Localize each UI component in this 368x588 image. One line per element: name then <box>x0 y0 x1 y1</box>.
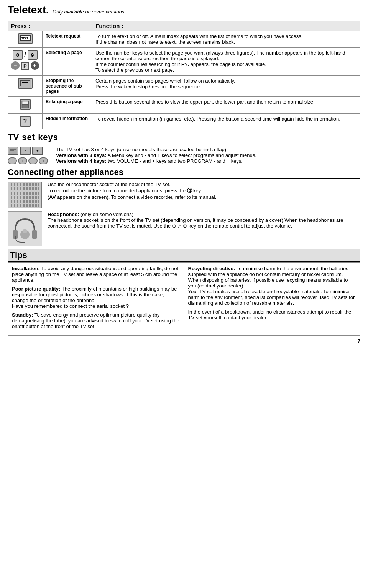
tips-row: Installation: To avoid any dangerous sit… <box>8 263 360 336</box>
p-row: − P + <box>11 61 39 70</box>
tips-header: Tips <box>8 249 360 262</box>
tips-left-col: Installation: To avoid any dangerous sit… <box>8 263 184 336</box>
svg-rect-6 <box>21 81 30 86</box>
page-header: Teletext. Only available on some version… <box>8 4 360 18</box>
teletext-icon: TEXT <box>18 33 33 44</box>
teletext-table: Press : Function : TEXT <box>8 21 360 129</box>
svg-text:TEXT: TEXT <box>21 37 29 40</box>
enlarging-page-label: Enlarging a page <box>43 97 92 114</box>
dot-key-icon: · <box>20 147 31 155</box>
hidden-info-label: Hidden information <box>43 114 92 129</box>
table-row: Stopping the sequence of sub-pages Certa… <box>8 76 360 97</box>
table-row: 0 / 9 − P + Selecting a page Use the num… <box>8 48 360 76</box>
function-header: Function : <box>92 21 360 31</box>
enlarge-icon <box>20 99 31 110</box>
headphones-section: Headphones: (only on some versions) The … <box>8 211 360 246</box>
vol-up-key: + <box>18 157 27 164</box>
plus-icon: + <box>31 61 39 70</box>
tips-table: Installation: To avoid any dangerous sit… <box>8 262 360 336</box>
tips-recycling: Recycling directive: To minimise harm to… <box>188 266 356 306</box>
prog-up-key: + <box>39 157 48 164</box>
tips-poor-picture: Poor picture quality: The proximity of m… <box>12 286 180 309</box>
table-row: ? Hidden information To reveal hidden in… <box>8 114 360 129</box>
tips-breakdown: In the event of a breakdown, under no ci… <box>188 309 356 320</box>
euroconn-icon <box>8 182 42 208</box>
keys-row-2: − + − + <box>8 157 50 164</box>
question-mark-icon: ? <box>20 116 31 127</box>
headphones-icon <box>8 211 42 246</box>
vol-down-key: − <box>8 157 17 164</box>
table-row: Enlarging a page Press this button sever… <box>8 97 360 114</box>
euroconn-text: Use the euroconnector socket at the back… <box>48 182 216 208</box>
page-number: 7 <box>8 338 360 344</box>
zero-icon: 0 <box>13 50 23 60</box>
nine-icon: 9 <box>28 50 38 60</box>
headphones-text: Headphones: (only on some versions) The … <box>48 211 360 246</box>
selecting-page-label: Selecting a page <box>43 48 92 76</box>
plus-key-icon: + <box>32 147 43 155</box>
keys-row-1: · + <box>8 147 50 155</box>
press-header: Press : <box>8 21 92 31</box>
prog-down-key: − <box>28 157 38 164</box>
enlarge-icon-cell <box>8 97 43 114</box>
svg-point-21 <box>23 229 27 233</box>
tvkeys-section: · + − + − + The TV set has 3 or 4 keys (… <box>8 147 360 164</box>
svg-rect-11 <box>22 101 28 104</box>
tvkeys-text: The TV set has 3 or 4 keys (on some mode… <box>56 147 360 164</box>
enlarging-page-function: Press this button several times to view … <box>92 97 360 114</box>
stop-icon-cell <box>8 76 43 97</box>
page-title: Teletext. <box>8 4 49 16</box>
tips-right-col: Recycling directive: To minimise harm to… <box>184 263 360 336</box>
stopping-sequence-function: Certain pages contain sub-pages which fo… <box>92 76 360 97</box>
svg-rect-12 <box>22 105 28 108</box>
p-label: P <box>21 62 29 70</box>
teletext-request-function: To turn teletext on or off. A main index… <box>92 31 360 48</box>
teletext-icon-cell: TEXT <box>8 31 43 48</box>
table-row: TEXT Teletext request To turn teletext o… <box>8 31 360 48</box>
digit-icons: 0 / 9 <box>13 50 37 60</box>
tips-standby: Standby: To save energy and preserve opt… <box>12 312 180 329</box>
stopping-sequence-label: Stopping the sequence of sub-pages <box>43 76 92 97</box>
hidden-info-function: To reveal hidden information (in games, … <box>92 114 360 129</box>
number-icons-cell: 0 / 9 − P + <box>8 48 43 76</box>
tvkeys-header: TV set keys <box>8 132 360 144</box>
page-subtitle: Only available on some versions. <box>53 9 126 15</box>
svg-rect-19 <box>32 230 37 239</box>
page-container: Teletext. Only available on some version… <box>8 4 360 344</box>
tvkeys-icons: · + − + − + <box>8 147 50 164</box>
tips-installation: Installation: To avoid any dangerous sit… <box>12 266 180 283</box>
menu-key-icon <box>8 147 18 155</box>
minus-icon: − <box>11 61 20 70</box>
connecting-header: Connecting other appliances <box>8 167 360 179</box>
hidden-icon-cell: ? <box>8 114 43 129</box>
teletext-request-label: Teletext request <box>43 31 92 48</box>
selecting-page-function: Use the number keys to select the page y… <box>92 48 360 76</box>
euroconn-section: Use the euroconnector socket at the back… <box>8 182 360 208</box>
euroconn-lines <box>9 181 41 209</box>
stop-icon <box>18 78 33 89</box>
